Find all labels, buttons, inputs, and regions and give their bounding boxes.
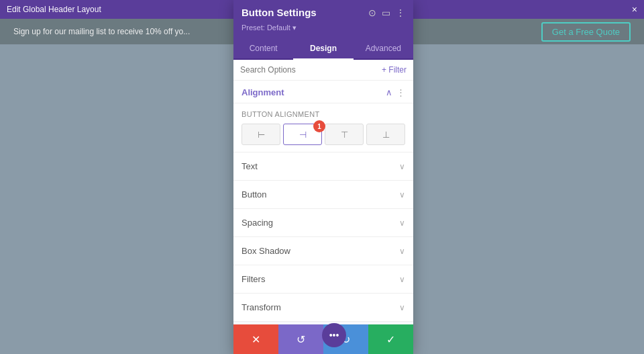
box-shadow-section-label: Box Shadow — [241, 246, 290, 256]
undo-icon: ↺ — [297, 333, 305, 346]
panel-header-icons: ⊙ ▭ ⋮ — [368, 7, 405, 18]
spacing-chevron-icon: ∨ — [399, 218, 405, 228]
spacing-section-label: Spacing — [241, 218, 273, 228]
transform-chevron-icon: ∨ — [399, 303, 405, 312]
align-justify-icon: ⊥ — [382, 130, 390, 140]
panel-preset[interactable]: Preset: Default ▾ — [241, 24, 297, 32]
spacing-section-row[interactable]: Spacing ∨ — [233, 209, 413, 237]
alignment-collapse-icon[interactable]: ∧ — [386, 87, 392, 97]
panel-header: Button Settings ⊙ ▭ ⋮ Preset: Default ▾ — [233, 0, 413, 38]
top-bar-title: Edit Global Header Layout — [7, 5, 101, 14]
floating-dots-button[interactable]: ••• — [322, 323, 346, 347]
button-alignment-label: Button Alignment — [241, 110, 405, 118]
tab-design[interactable]: Design — [293, 38, 353, 60]
filter-button[interactable]: + Filter — [382, 65, 407, 75]
alignment-section-icons: ∧ ⋮ — [386, 87, 405, 97]
button-chevron-icon: ∨ — [399, 190, 405, 200]
transform-section-label: Transform — [241, 302, 281, 312]
filters-chevron-icon: ∨ — [399, 275, 405, 284]
alignment-section-header: Alignment ∧ ⋮ — [233, 81, 413, 103]
cancel-icon: ✕ — [252, 333, 260, 346]
panel-header-top: Button Settings ⊙ ▭ ⋮ — [241, 7, 405, 18]
align-justify-button[interactable]: ⊥ — [366, 124, 405, 145]
tab-content[interactable]: Content — [233, 38, 293, 58]
panel-tabs: Content Design Advanced — [233, 38, 413, 60]
filters-section-label: Filters — [241, 274, 265, 284]
top-bar-close-button[interactable]: × — [632, 5, 637, 14]
text-section-row[interactable]: Text ∨ — [233, 152, 413, 181]
align-left-icon: ⊢ — [258, 130, 265, 140]
filters-section-row[interactable]: Filters ∨ — [233, 265, 413, 294]
alignment-badge: 1 — [313, 120, 325, 132]
panel-content: Alignment ∧ ⋮ Button Alignment ⊢ ⊣ 1 ⊤ — [233, 81, 413, 324]
button-alignment-section: Button Alignment ⊢ ⊣ 1 ⊤ ⊥ — [233, 103, 413, 152]
save-button[interactable]: ✓ — [368, 324, 413, 354]
box-shadow-section-row[interactable]: Box Shadow ∨ — [233, 237, 413, 265]
align-center-icon: ⊣ — [299, 130, 307, 140]
checkmark-icon: ✓ — [386, 333, 395, 346]
cancel-button[interactable]: ✕ — [233, 324, 278, 354]
search-input[interactable] — [240, 65, 382, 75]
get-free-quote-button[interactable]: Get a Free Quote — [541, 22, 631, 42]
panel-title: Button Settings — [241, 7, 317, 18]
align-right-icon: ⊤ — [341, 130, 348, 140]
tab-advanced[interactable]: Advanced — [354, 38, 413, 58]
text-chevron-icon: ∨ — [399, 162, 405, 171]
panel-layout-icon[interactable]: ▭ — [382, 7, 390, 18]
panel-target-icon[interactable]: ⊙ — [368, 7, 376, 18]
button-section-label: Button — [241, 189, 267, 200]
panel-search-bar: + Filter — [233, 60, 413, 81]
align-right-button[interactable]: ⊤ — [325, 124, 364, 145]
button-section-row[interactable]: Button ∨ — [233, 181, 413, 209]
alignment-section-title: Alignment — [241, 87, 284, 97]
alignment-options: ⊢ ⊣ 1 ⊤ ⊥ — [241, 124, 405, 145]
text-section-label: Text — [241, 161, 258, 171]
align-left-button[interactable]: ⊢ — [241, 124, 280, 145]
transform-section-row[interactable]: Transform ∨ — [233, 294, 413, 322]
button-settings-panel: Button Settings ⊙ ▭ ⋮ Preset: Default ▾ … — [233, 0, 413, 354]
undo-button[interactable]: ↺ — [278, 324, 323, 354]
header-announcement-text: Sign up for our mailing list to receive … — [13, 27, 190, 36]
box-shadow-chevron-icon: ∨ — [399, 247, 405, 256]
align-center-button[interactable]: ⊣ 1 — [283, 124, 322, 145]
panel-more-icon[interactable]: ⋮ — [396, 7, 405, 18]
alignment-more-icon[interactable]: ⋮ — [396, 87, 405, 97]
